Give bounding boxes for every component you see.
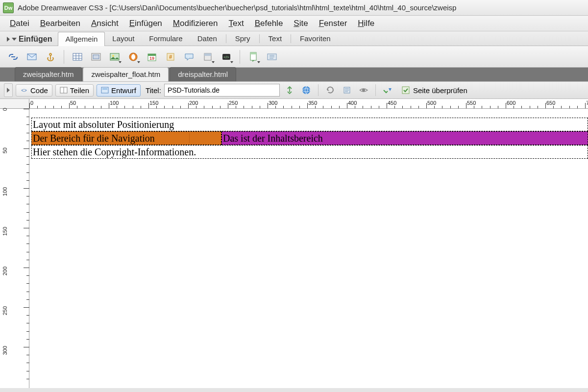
- layout-content-block[interactable]: Das ist der Inhaltsbereich: [221, 131, 588, 145]
- design-view-button[interactable]: Entwurf: [97, 84, 141, 97]
- category-tab-favoriten[interactable]: Favoriten: [293, 31, 338, 46]
- category-tab-layout[interactable]: Layout: [105, 31, 142, 46]
- title-label: Titel:: [146, 86, 161, 95]
- svg-rect-20: [250, 52, 256, 54]
- hyperlink-icon[interactable]: [5, 49, 22, 65]
- insert-collapse-toggle[interactable]: Einfügen: [4, 33, 55, 46]
- menubar: DateiBearbeitenAnsichtEinfügenModifizier…: [0, 16, 588, 31]
- triangle-right-icon: [7, 37, 10, 42]
- check-page-button[interactable]: Seite überprüfen: [397, 84, 471, 96]
- insert-category-bar: Einfügen AllgemeinLayoutFormulareDatenSp…: [0, 31, 588, 46]
- category-tab-daten[interactable]: Daten: [190, 31, 224, 46]
- split-icon: [60, 87, 68, 94]
- svg-rect-1: [73, 53, 82, 60]
- refresh-icon[interactable]: [323, 84, 337, 97]
- canvas-area: 050100150200250300 Layout mit absoluter …: [0, 109, 588, 388]
- tag-chooser-icon[interactable]: [264, 49, 280, 65]
- svg-rect-7: [93, 55, 99, 59]
- image-icon[interactable]: [106, 49, 123, 65]
- menu-ilfe[interactable]: Hilfe: [353, 17, 379, 30]
- svg-rect-29: [102, 88, 107, 90]
- horizontal-ruler[interactable]: 0501001502002503003504004505005506006507…: [29, 99, 588, 108]
- svg-rect-37: [402, 87, 409, 94]
- menu-ite[interactable]: Site: [289, 17, 313, 30]
- title-input[interactable]: [164, 84, 280, 97]
- separator: [226, 34, 226, 43]
- validate-icon[interactable]: [381, 84, 394, 97]
- document-tab[interactable]: dreispalter.html: [170, 67, 236, 81]
- menu-enster[interactable]: Fenster: [314, 17, 352, 30]
- text-cursor: [189, 133, 190, 143]
- view-options-icon[interactable]: [340, 84, 354, 97]
- document-tabs: zweispalter.htmzweispalter_float.htmdrei…: [0, 68, 588, 81]
- menu-atei[interactable]: Datei: [5, 17, 34, 30]
- menu-odifizieren[interactable]: Modifizieren: [168, 17, 223, 30]
- table-icon[interactable]: [69, 49, 86, 65]
- split-view-button[interactable]: Teilen: [55, 84, 94, 97]
- code-icon: <>: [20, 87, 28, 94]
- menu-earbeiten[interactable]: Bearbeiten: [35, 17, 85, 30]
- separator: [291, 34, 291, 43]
- file-management-icon[interactable]: [283, 84, 296, 97]
- svg-text:#: #: [169, 54, 172, 60]
- category-tab-spry[interactable]: Spry: [228, 31, 258, 46]
- preview-browser-icon[interactable]: [299, 84, 313, 97]
- separator: [375, 84, 376, 96]
- svg-text:19: 19: [149, 56, 154, 61]
- layout-footer-block[interactable]: Hier stehen die Copyright-Informationen.: [31, 145, 588, 159]
- head-icon[interactable]: [199, 49, 216, 65]
- comment-icon[interactable]: [181, 49, 197, 65]
- menu-efehle[interactable]: Befehle: [250, 17, 288, 30]
- templates-icon[interactable]: [245, 49, 262, 65]
- menu-infügen[interactable]: Einfügen: [124, 17, 167, 30]
- layout-nav-block[interactable]: Der Bereich für die Navigation: [31, 131, 221, 145]
- separator: [318, 84, 318, 96]
- document-tab[interactable]: zweispalter.htm: [15, 67, 82, 81]
- separator: [64, 50, 64, 64]
- separator: [240, 50, 240, 64]
- insert-label: Einfügen: [19, 35, 52, 44]
- code-view-button[interactable]: <> Code: [16, 84, 52, 97]
- ruler-corner: [0, 99, 29, 108]
- horizontal-ruler-row: 0501001502002503003504004505005506006507…: [0, 99, 588, 109]
- email-link-icon[interactable]: [24, 49, 40, 65]
- titlebar: Dw Adobe Dreamweaver CS3 - [C:\Users\Dan…: [0, 0, 588, 16]
- category-tab-formulare[interactable]: Formulare: [142, 31, 190, 46]
- svg-point-9: [112, 55, 114, 57]
- visual-aids-icon[interactable]: [357, 84, 370, 97]
- app-icon: Dw: [3, 2, 14, 13]
- svg-text:</>: </>: [223, 55, 229, 59]
- insert-toolbar: 19 # </>: [0, 46, 588, 68]
- media-icon[interactable]: [125, 49, 142, 65]
- server-side-include-icon[interactable]: #: [162, 49, 179, 65]
- svg-rect-28: [101, 87, 108, 93]
- design-canvas[interactable]: Layout mit absoluter Positionierung Der …: [29, 109, 588, 388]
- check-page-icon: [401, 86, 410, 95]
- menu-nsicht[interactable]: Ansicht: [86, 17, 123, 30]
- svg-text:<>: <>: [21, 88, 27, 93]
- triangle-down-icon: [12, 38, 17, 41]
- category-tab-text[interactable]: Text: [261, 31, 290, 46]
- menu-ext[interactable]: Text: [224, 17, 249, 30]
- document-toolbar: <> Code Teilen Entwurf Titel: Seite über…: [0, 81, 588, 99]
- svg-rect-17: [204, 53, 211, 56]
- separator: [259, 34, 260, 43]
- design-icon: [101, 87, 109, 94]
- svg-point-30: [302, 86, 310, 94]
- svg-point-36: [362, 89, 365, 92]
- date-icon[interactable]: 19: [144, 49, 160, 65]
- category-tab-allgemein[interactable]: Allgemein: [58, 32, 105, 46]
- layout-header-block[interactable]: Layout mit absoluter Positionierung: [31, 118, 588, 131]
- insert-div-icon[interactable]: [88, 49, 104, 65]
- script-icon[interactable]: </>: [218, 49, 235, 65]
- vertical-ruler[interactable]: 050100150200250300: [0, 109, 29, 388]
- document-tab[interactable]: zweispalter_float.htm: [83, 67, 169, 81]
- expand-panel-button[interactable]: [4, 83, 13, 97]
- named-anchor-icon[interactable]: [42, 49, 59, 65]
- titlebar-text: Adobe Dreamweaver CS3 - [C:\Users\Dani\D…: [18, 3, 456, 12]
